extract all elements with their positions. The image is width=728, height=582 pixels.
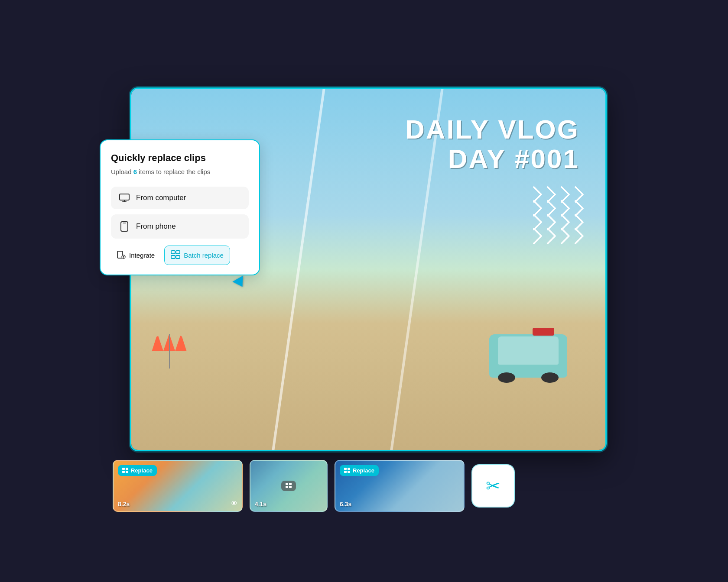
scissors-icon: ✂ <box>486 476 500 496</box>
popup-title: Quickly replace clips <box>111 152 249 164</box>
popup-subtitle-suffix: items to replace the clips <box>137 168 210 175</box>
svg-rect-22 <box>344 468 347 470</box>
clip-3[interactable]: Replace 6.3s <box>335 460 465 512</box>
clip-3-replace-badge: Replace <box>340 465 379 476</box>
from-computer-label: From computer <box>136 194 186 202</box>
clip-2-duration: 4.1s <box>255 501 266 508</box>
svg-rect-18 <box>286 483 288 485</box>
svg-rect-24 <box>344 471 347 473</box>
replace-popup: Quickly replace clips Upload 6 items to … <box>100 139 260 275</box>
popup-subtitle: Upload 6 items to replace the clips <box>111 167 249 177</box>
clip-3-replace-label: Replace <box>353 467 374 474</box>
svg-rect-10 <box>171 251 175 254</box>
batch-replace-icon <box>171 250 180 260</box>
from-computer-button[interactable]: From computer <box>111 187 249 209</box>
popup-subtitle-prefix: Upload <box>111 168 133 175</box>
from-phone-label: From phone <box>136 222 176 231</box>
svg-rect-11 <box>176 251 180 254</box>
svg-rect-15 <box>126 468 128 470</box>
main-container: DAILY VLOG DAY #001 <box>91 53 637 529</box>
batch-replace-label: Batch replace <box>184 252 224 259</box>
chevron-icon <box>567 227 584 245</box>
chevron-row-2 <box>528 202 582 214</box>
svg-rect-20 <box>286 486 288 488</box>
clip-2-badge <box>281 481 296 491</box>
action-row: Integrate Batch replace <box>111 244 249 265</box>
clip-1[interactable]: Replace 8.2s 👁 <box>113 460 243 512</box>
clip-3-duration: 6.3s <box>340 501 351 508</box>
vlog-title: DAILY VLOG DAY #001 <box>405 115 579 174</box>
svg-rect-13 <box>176 255 180 259</box>
svg-rect-0 <box>120 194 129 200</box>
integrate-label: Integrate <box>129 252 155 259</box>
luggage <box>533 328 554 336</box>
batch-replace-button[interactable]: Batch replace <box>164 246 230 265</box>
vlog-title-line1: DAILY VLOG <box>405 115 579 144</box>
svg-rect-12 <box>171 255 175 259</box>
clip-1-duration: 8.2s <box>118 501 130 508</box>
chevron-decoration <box>528 188 582 242</box>
svg-rect-16 <box>122 471 125 473</box>
chevron-row-4 <box>528 230 582 242</box>
svg-rect-14 <box>122 468 125 470</box>
beach-van <box>489 334 567 378</box>
svg-rect-21 <box>289 486 292 488</box>
integrate-icon <box>117 250 126 261</box>
chevron-row-3 <box>528 216 582 228</box>
vlog-title-line2: DAY #001 <box>405 144 579 174</box>
clip-1-replace-label: Replace <box>131 467 153 474</box>
clip-1-eye-icon: 👁 <box>231 500 237 508</box>
chevron-row-1 <box>528 188 582 200</box>
svg-rect-23 <box>348 468 350 470</box>
clip-1-replace-badge: Replace <box>118 465 157 476</box>
scissors-button[interactable]: ✂ <box>471 464 515 508</box>
svg-rect-19 <box>289 483 292 485</box>
integrate-button[interactable]: Integrate <box>111 246 161 265</box>
monitor-icon <box>119 194 130 202</box>
svg-rect-25 <box>348 471 350 473</box>
svg-rect-17 <box>126 471 128 473</box>
from-phone-button[interactable]: From phone <box>111 214 249 239</box>
timeline: Replace 8.2s 👁 4.1s <box>113 460 615 512</box>
phone-icon <box>119 221 130 232</box>
popup-count: 6 <box>133 168 137 175</box>
clip-2[interactable]: 4.1s <box>250 460 328 512</box>
